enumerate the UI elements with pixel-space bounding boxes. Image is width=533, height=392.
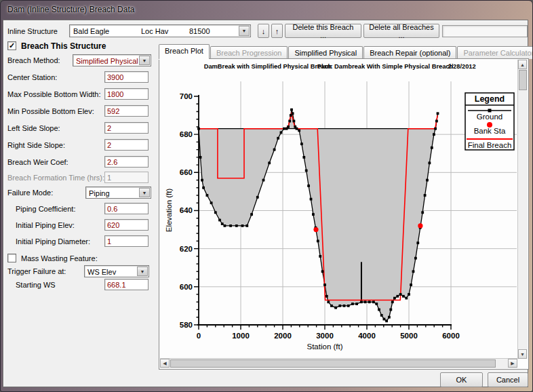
svg-text:5000: 5000 [400, 332, 418, 340]
svg-text:4000: 4000 [358, 332, 376, 340]
river-name: Bald Eagle [73, 27, 109, 35]
svg-text:0: 0 [197, 332, 201, 340]
svg-text:700: 700 [180, 92, 193, 100]
breach-method-value: Simplified Physical [76, 57, 138, 65]
tab-parameter-calculator: Parameter Calculator [457, 46, 533, 59]
tab-simplified-physical[interactable]: Simplified Physical [288, 46, 363, 59]
tab-breach-repair[interactable]: Breach Repair (optional) [363, 46, 456, 59]
plot-vertical-scrollbar[interactable]: ▲ ▼ [517, 60, 528, 359]
svg-text:1000: 1000 [232, 332, 250, 340]
previous-rs-button[interactable]: ↑ [271, 24, 283, 38]
svg-text:6000: 6000 [442, 332, 460, 340]
scroll-down-icon[interactable]: ▼ [518, 349, 527, 359]
breach-weir-coef-label: Breach Weir Coef: [7, 158, 68, 166]
breach-plot-panel: 5806006206406606807000100020003000400050… [159, 58, 529, 370]
center-station-label: Center Station: [7, 73, 57, 81]
delete-all-breaches-button[interactable]: Delete all Breaches ... [363, 24, 439, 38]
svg-text:2000: 2000 [274, 332, 292, 340]
left-side-slope-label: Left Side Slope: [7, 124, 60, 132]
svg-text:2/28/2012: 2/28/2012 [448, 63, 475, 70]
chevron-down-icon[interactable]: ▼ [139, 188, 150, 197]
arrow-down-icon: ↓ [262, 27, 266, 35]
initial-piping-elev-label: Initial Piping Elev: [16, 221, 75, 229]
trigger-failure-label: Trigger Failure at: [7, 267, 66, 275]
breach-plot: 5806006206406606807000100020003000400050… [159, 59, 528, 372]
svg-text:640: 640 [180, 206, 193, 214]
inline-structure-select[interactable]: Bald Eagle Loc Hav 81500 ▼ [69, 24, 251, 37]
initial-piping-diameter-input[interactable] [104, 235, 149, 247]
check-icon: ✓ [9, 41, 15, 50]
svg-text:Elevation (ft): Elevation (ft) [165, 189, 173, 233]
breach-formation-time-label: Breach Formation Time (hrs): [7, 174, 104, 182]
horizontal-scroll-thumb[interactable] [170, 359, 496, 368]
tab-breach-plot[interactable]: Breach Plot [159, 44, 210, 59]
svg-text:Plan: Dambreak With Simple Phy: Plan: Dambreak With Simple Physical Brea… [317, 63, 454, 70]
inline-structure-label: Inline Structure [7, 27, 58, 35]
mass-wasting-checkbox[interactable] [7, 254, 16, 262]
svg-text:DamBreak with Simplified Physi: DamBreak with Simplified Physical Breach [204, 63, 332, 70]
left-side-slope-input[interactable] [104, 122, 149, 134]
chevron-down-icon[interactable]: ▼ [137, 267, 148, 276]
svg-text:Bank Sta: Bank Sta [474, 127, 506, 135]
min-bottom-elev-label: Min Possible Bottom Elev: [7, 107, 94, 115]
breach-weir-coef-input[interactable] [104, 156, 149, 168]
scroll-up-icon[interactable]: ▲ [518, 60, 527, 69]
breach-formation-time-input [104, 172, 149, 183]
svg-text:3000: 3000 [316, 332, 334, 340]
failure-mode-value: Piping [89, 189, 110, 197]
dialog-content: Inline Structure Bald Eagle Loc Hav 8150… [3, 20, 528, 387]
svg-text:Station (ft): Station (ft) [307, 342, 342, 351]
chevron-down-icon[interactable]: ▼ [239, 26, 250, 36]
max-bottom-width-label: Max Possible Bottom Width: [7, 90, 101, 98]
right-side-slope-label: Right Side Slope: [7, 141, 65, 149]
initial-piping-diameter-label: Initial Piping Diameter: [16, 237, 90, 246]
delete-this-breach-button[interactable]: Delete this Breach ... [285, 24, 361, 38]
tab-breach-progression: Breach Progression [210, 46, 288, 59]
breach-this-structure-label: Breach This Structure [21, 41, 106, 51]
window-title: Dam (Inline Structure) Breach Data [7, 5, 134, 14]
starting-ws-input[interactable] [104, 279, 149, 290]
next-rs-button[interactable]: ↓ [258, 24, 269, 38]
svg-text:Ground: Ground [477, 113, 502, 121]
svg-text:Final Breach: Final Breach [468, 141, 512, 149]
breach-method-select[interactable]: Simplified Physical ▼ [73, 54, 151, 66]
piping-coefficient-label: Piping Coefficient: [16, 205, 75, 213]
reach-name: Loc Hav [141, 27, 168, 35]
scroll-left-icon[interactable]: ◀ [160, 359, 170, 368]
ok-button[interactable]: OK [440, 372, 483, 387]
breach-method-label: Breach Method: [7, 56, 60, 64]
right-side-slope-input[interactable] [104, 139, 149, 151]
svg-text:680: 680 [180, 130, 193, 138]
svg-text:580: 580 [180, 321, 193, 329]
chevron-down-icon[interactable]: ▼ [139, 56, 150, 65]
svg-text:600: 600 [180, 283, 193, 291]
plot-horizontal-scrollbar[interactable]: ◀ ▶ [160, 358, 517, 368]
cancel-button[interactable]: Cancel [488, 372, 528, 387]
vertical-scroll-thumb[interactable] [519, 70, 527, 90]
center-station-input[interactable] [104, 71, 149, 83]
dialog-window: Dam (Inline Structure) Breach Data Inlin… [0, 0, 533, 392]
mass-wasting-label: Mass Wasting Feature: [21, 254, 98, 262]
svg-text:Legend: Legend [475, 94, 505, 104]
starting-ws-label: Starting WS [16, 281, 56, 289]
breach-this-structure-checkbox[interactable]: ✓ [7, 41, 16, 50]
trigger-failure-select[interactable]: WS Elev ▼ [84, 265, 149, 277]
title-bar[interactable]: Dam (Inline Structure) Breach Data [1, 1, 532, 20]
initial-piping-elev-input[interactable] [104, 219, 149, 231]
trigger-failure-value: WS Elev [87, 268, 116, 276]
piping-coefficient-input[interactable] [104, 203, 149, 214]
failure-mode-select[interactable]: Piping ▼ [85, 187, 151, 199]
arrow-up-icon: ↑ [275, 27, 279, 35]
river-station: 81500 [189, 27, 210, 35]
failure-mode-label: Failure Mode: [7, 189, 53, 197]
max-bottom-width-input[interactable] [104, 88, 149, 100]
svg-text:660: 660 [180, 168, 193, 176]
message-box [442, 25, 528, 37]
svg-text:620: 620 [180, 245, 193, 253]
scroll-right-icon[interactable]: ▶ [508, 359, 517, 368]
tab-bar: Breach Plot Breach Progression Simplifie… [159, 44, 529, 59]
min-bottom-elev-input[interactable] [104, 105, 149, 117]
